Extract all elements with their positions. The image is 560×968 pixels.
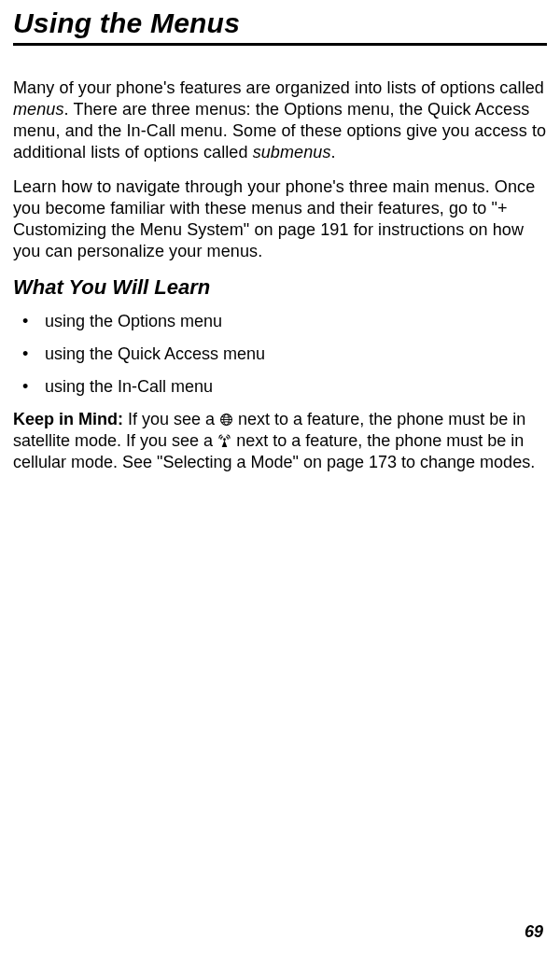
globe-icon <box>219 411 233 425</box>
list-item: using the In-Call menu <box>13 376 547 398</box>
title-rule <box>13 43 547 46</box>
page-content: Using the Menus Many of your phone's fea… <box>0 0 560 473</box>
intro-paragraph-1: Many of your phone's features are organi… <box>13 77 547 163</box>
list-item: using the Options menu <box>13 311 547 332</box>
antenna-icon <box>217 432 231 446</box>
text-run: Many of your phone's features are organi… <box>13 78 544 97</box>
text-run: If you see a <box>123 410 219 428</box>
page-number: 69 <box>525 922 543 942</box>
list-item: using the Quick Access menu <box>13 344 547 365</box>
svg-point-3 <box>223 439 226 442</box>
text-run: . <box>331 143 336 161</box>
keep-in-mind-label: Keep in Mind: <box>13 410 123 428</box>
term-submenus: submenus <box>253 143 331 161</box>
keep-in-mind-paragraph: Keep in Mind: If you see a next to a fea… <box>13 409 547 473</box>
learn-list: using the Options menu using the Quick A… <box>13 311 547 398</box>
chapter-title: Using the Menus <box>13 7 547 39</box>
section-title: What You Will Learn <box>13 275 547 300</box>
intro-paragraph-2: Learn how to navigate through your phone… <box>13 176 547 262</box>
term-menus: menus <box>13 100 64 119</box>
